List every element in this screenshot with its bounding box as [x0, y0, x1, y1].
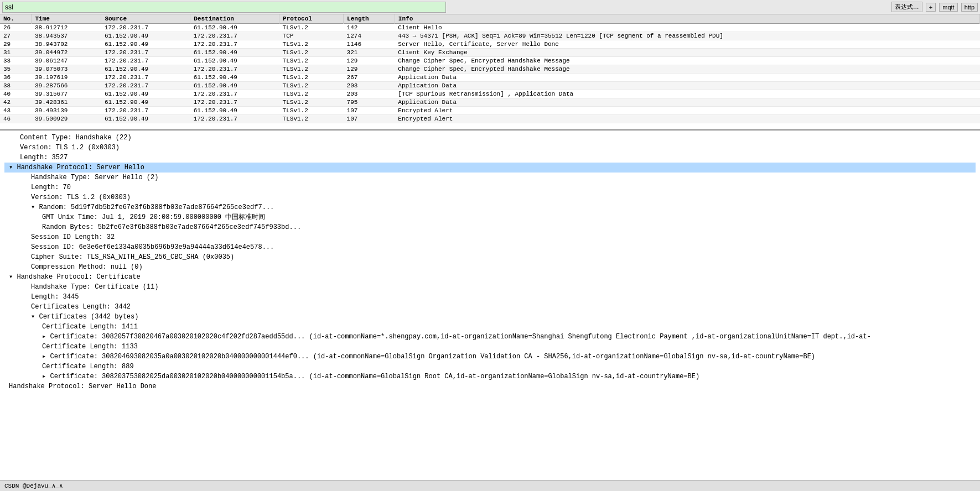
status-text: CSDN @Dejavu_∧_∧: [4, 482, 63, 489]
detail-line[interactable]: Handshake Protocol: Server Hello Done: [4, 382, 976, 391]
detail-line[interactable]: ▾ Handshake Protocol: Server Hello: [4, 163, 976, 173]
add-filter-button[interactable]: +: [926, 3, 936, 12]
table-row[interactable]: 4239.42836161.152.90.49172.20.231.7TLSv1…: [0, 98, 980, 107]
main-container: 表达式… + mqtt http No. Time Source Destina…: [0, 0, 980, 491]
detail-lines-container: Content Type: Handshake (22)Version: TLS…: [4, 133, 976, 391]
detail-line[interactable]: Handshake Type: Server Hello (2): [4, 173, 976, 182]
detail-line[interactable]: Version: TLS 1.2 (0x0303): [4, 192, 976, 202]
detail-line[interactable]: Version: TLS 1.2 (0x0303): [4, 143, 976, 153]
expression-button[interactable]: 表达式…: [891, 2, 922, 12]
filter-bar: 表达式… + mqtt http: [0, 0, 980, 14]
packet-tbody: 2638.912712172.20.231.761.152.90.49TLSv1…: [0, 24, 980, 123]
table-row[interactable]: 4639.50092961.152.90.49172.20.231.7TLSv1…: [0, 115, 980, 123]
col-time: Time: [32, 14, 101, 24]
filter-input[interactable]: [2, 2, 446, 13]
col-source: Source: [101, 14, 190, 24]
table-row[interactable]: 2738.94353761.152.90.49172.20.231.7TCP12…: [0, 32, 980, 40]
table-row[interactable]: 3639.197619172.20.231.761.152.90.49TLSv1…: [0, 74, 980, 82]
table-row[interactable]: 3539.07507361.152.90.49172.20.231.7TLSv1…: [0, 65, 980, 74]
table-row[interactable]: 2938.94370261.152.90.49172.20.231.7TLSv1…: [0, 40, 980, 49]
detail-line[interactable]: ▸ Certificate: 3082057f30820467a00302010…: [4, 332, 976, 342]
col-info: Info: [395, 14, 979, 24]
detail-line[interactable]: Session ID Length: 32: [4, 232, 976, 242]
detail-line[interactable]: Certificate Length: 1133: [4, 342, 976, 352]
detail-line[interactable]: Random Bytes: 5b2fe67e3f6b388fb03e7ade87…: [4, 222, 976, 232]
http-button[interactable]: http: [961, 3, 978, 12]
detail-line[interactable]: Certificate Length: 889: [4, 362, 976, 372]
table-row[interactable]: 4339.493139172.20.231.761.152.90.49TLSv1…: [0, 107, 980, 115]
detail-line[interactable]: ▾ Random: 5d19f7db5b2fe67e3f6b388fb03e7a…: [4, 202, 976, 212]
detail-line[interactable]: ▸ Certificate: 308203753082025da00302010…: [4, 372, 976, 382]
col-protocol: Protocol: [279, 14, 344, 24]
packet-list: No. Time Source Destination Protocol Len…: [0, 14, 980, 130]
detail-line[interactable]: Content Type: Handshake (22): [4, 133, 976, 143]
detail-line[interactable]: Handshake Type: Certificate (11): [4, 282, 976, 292]
detail-wrapper: Content Type: Handshake (22)Version: TLS…: [0, 130, 980, 491]
detail-line[interactable]: ▾ Certificates (3442 bytes): [4, 312, 976, 322]
detail-line[interactable]: Length: 3445: [4, 292, 976, 302]
detail-line[interactable]: Certificates Length: 3442: [4, 302, 976, 312]
detail-line[interactable]: Compression Method: null (0): [4, 262, 976, 272]
packet-table-header: No. Time Source Destination Protocol Len…: [0, 14, 980, 24]
detail-line[interactable]: Cipher Suite: TLS_RSA_WITH_AES_256_CBC_S…: [4, 252, 976, 262]
table-row[interactable]: 3139.044972172.20.231.761.152.90.49TLSv1…: [0, 49, 980, 57]
col-length: Length: [344, 14, 395, 24]
detail-line[interactable]: Length: 70: [4, 182, 976, 192]
detail-line[interactable]: ▾ Handshake Protocol: Certificate: [4, 272, 976, 282]
table-row[interactable]: 3339.061247172.20.231.761.152.90.49TLSv1…: [0, 57, 980, 65]
detail-line[interactable]: Session ID: 6e3e6ef6e1334a0035b696b93e9a…: [4, 242, 976, 252]
packet-table: No. Time Source Destination Protocol Len…: [0, 14, 980, 123]
table-row[interactable]: 4039.31567761.152.90.49172.20.231.7TLSv1…: [0, 90, 980, 98]
table-row[interactable]: 3839.287566172.20.231.761.152.90.49TLSv1…: [0, 82, 980, 90]
detail-line[interactable]: ▸ Certificate: 308204693082035a0a0030201…: [4, 352, 976, 362]
detail-line[interactable]: GMT Unix Time: Jul 1, 2019 20:08:59.0000…: [4, 212, 976, 222]
table-row[interactable]: 2638.912712172.20.231.761.152.90.49TLSv1…: [0, 24, 980, 32]
detail-line[interactable]: Certificate Length: 1411: [4, 322, 976, 332]
col-destination: Destination: [190, 14, 279, 24]
detail-pane: Content Type: Handshake (22)Version: TLS…: [0, 130, 980, 491]
status-bar: CSDN @Dejavu_∧_∧: [0, 480, 980, 491]
mqtt-button[interactable]: mqtt: [939, 3, 957, 12]
col-no: No.: [0, 14, 32, 24]
detail-line[interactable]: Length: 3527: [4, 153, 976, 163]
